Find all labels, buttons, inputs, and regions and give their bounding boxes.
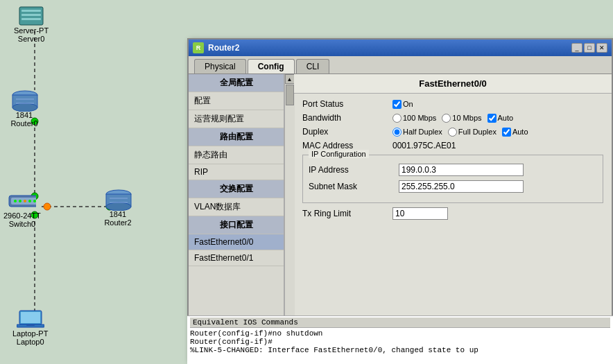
port-status-input[interactable] (392, 100, 402, 109)
svg-rect-12 (21, 18, 41, 20)
ip-address-input[interactable] (399, 164, 524, 176)
subnet-mask-row: Subnet Mask (309, 180, 597, 193)
sidebar-item-interface[interactable]: 接口配置 (189, 216, 284, 234)
maximize-button[interactable]: □ (584, 43, 595, 53)
sidebar-item-ops[interactable]: 运营规则配置 (189, 110, 284, 128)
close-button[interactable]: ✕ (596, 43, 607, 53)
subnet-mask-input[interactable] (399, 180, 524, 193)
half-duplex[interactable]: Half Duplex (392, 128, 442, 137)
sidebar-item-switch[interactable]: 交换配置 (189, 180, 284, 198)
device-laptop0[interactable]: Laptop-PT Laptop0 (12, 309, 48, 346)
tab-physical[interactable]: Physical (194, 59, 246, 73)
bw-100-radio[interactable] (392, 114, 402, 123)
mac-row: MAC Address 0001.975C.AE01 (302, 141, 603, 150)
svg-point-22 (24, 200, 26, 202)
port-status-checkbox[interactable]: On (392, 100, 603, 109)
sidebar-item-rip[interactable]: RIP (189, 164, 284, 180)
bandwidth-options: 100 Mbps 10 Mbps Auto (392, 114, 603, 123)
device-switch0[interactable]: 2960-24TT Switch0 (3, 191, 41, 228)
half-duplex-label: Half Duplex (403, 128, 442, 136)
sidebar-item-vlan[interactable]: VLAN数据库 (189, 198, 284, 216)
bandwidth-10[interactable]: 10 Mbps (442, 114, 481, 123)
dup-auto-label: Auto (512, 128, 528, 136)
tx-ring-input[interactable] (392, 207, 448, 220)
bandwidth-auto[interactable]: Auto (487, 114, 514, 123)
bw-10-radio[interactable] (442, 114, 451, 123)
ip-address-label: IP Address (309, 165, 399, 175)
device-label2-lp: Laptop0 (17, 338, 44, 346)
svg-point-24 (33, 200, 36, 202)
ip-config-group: IP Configuration IP Address Subnet Mask (302, 155, 603, 203)
device-label1-r2: 1841 (110, 210, 126, 218)
minimize-button[interactable]: _ (571, 43, 582, 53)
svg-point-6 (44, 203, 51, 210)
server-icon (17, 6, 45, 26)
topology-area: Server-PT Server0 1841 Router0 (0, 0, 184, 364)
device-label2-sw: Switch0 (9, 220, 36, 228)
scroll-thumb[interactable] (286, 85, 294, 105)
tx-ring-row: Tx Ring Limit (302, 207, 603, 220)
laptop-icon (17, 309, 44, 329)
config-panel: FastEthernet0/0 Port Status On Bandwidth (294, 74, 612, 354)
cli-line4: %LINK-5-CHANGED: Interface FastEthernet0… (190, 346, 610, 354)
device-label1: Server-PT (14, 26, 49, 35)
bandwidth-label: Bandwidth (302, 113, 392, 123)
config-sidebar: 全局配置 配置 运营规则配置 路由配置 静态路由 RIP 交换配置 VLAN数据… (189, 74, 284, 354)
router2-icon (104, 189, 132, 210)
duplex-label: Duplex (302, 127, 392, 137)
device-label1-lp: Laptop-PT (12, 329, 48, 338)
panel-title: FastEthernet0/0 (294, 74, 612, 94)
duplex-options: Half Duplex Full Duplex Auto (392, 128, 603, 137)
sidebar-item-static[interactable]: 静态路由 (189, 146, 284, 164)
dialog-title: Router2 (208, 43, 239, 53)
scroll-track (285, 84, 295, 345)
port-status-on: On (403, 100, 413, 108)
duplex-auto[interactable]: Auto (502, 128, 528, 137)
sidebar-item-global[interactable]: 全局配置 (189, 74, 284, 92)
bandwidth-100[interactable]: 100 Mbps (392, 114, 436, 123)
switch-icon (8, 191, 36, 211)
svg-point-21 (19, 200, 21, 202)
router2-dialog: R Router2 _ □ ✕ Physical Config CLI 全局配置… (187, 38, 613, 361)
tx-ring-label: Tx Ring Limit (302, 209, 392, 218)
device-router2[interactable]: 1841 Router2 (104, 189, 132, 227)
sidebar-item-routing[interactable]: 路由配置 (189, 128, 284, 146)
bw-100-label: 100 Mbps (403, 114, 436, 122)
device-server0[interactable]: Server-PT Server0 (14, 6, 49, 43)
device-label1-r0: 1841 (16, 111, 33, 119)
tab-config[interactable]: Config (248, 59, 295, 73)
mac-value: 0001.975C.AE01 (392, 141, 603, 150)
device-router0[interactable]: 1841 Router0 (10, 90, 38, 128)
half-duplex-radio[interactable] (392, 128, 402, 137)
dialog-controls: _ □ ✕ (571, 43, 607, 53)
mac-label: MAC Address (302, 141, 392, 150)
bw-10-label: 10 Mbps (452, 114, 481, 122)
bandwidth-row: Bandwidth 100 Mbps 10 Mbps Auto (302, 113, 603, 123)
sidebar-item-config[interactable]: 配置 (189, 92, 284, 110)
sidebar-item-fe00[interactable]: FastEthernet0/0 (189, 234, 284, 250)
port-status-row: Port Status On (302, 99, 603, 109)
subnet-mask-label: Subnet Mask (309, 182, 399, 191)
sidebar-item-fe01[interactable]: FastEthernet0/1 (189, 250, 284, 266)
svg-point-23 (28, 200, 31, 202)
bw-auto-check[interactable] (487, 114, 497, 123)
device-label2-r2: Router2 (104, 218, 131, 227)
full-duplex-radio[interactable] (448, 128, 457, 137)
sidebar-scrollbar[interactable]: ▲ ▼ (284, 74, 294, 354)
svg-rect-34 (26, 324, 35, 326)
ip-config-group-label: IP Configuration (309, 150, 369, 158)
ip-address-row: IP Address (309, 164, 597, 176)
bw-auto-label: Auto (498, 114, 514, 122)
cli-label: Equivalent IOS Commands (190, 318, 610, 328)
dialog-title-left: R Router2 (193, 42, 239, 53)
router-title-icon: R (193, 42, 204, 53)
svg-rect-10 (21, 10, 41, 12)
port-status-label: Port Status (302, 99, 392, 109)
scroll-up-button[interactable]: ▲ (285, 74, 295, 84)
cli-area: Equivalent IOS Commands Router(config-if… (187, 315, 613, 364)
tab-cli[interactable]: CLI (296, 59, 330, 73)
full-duplex[interactable]: Full Duplex (448, 128, 497, 137)
full-duplex-label: Full Duplex (458, 128, 497, 136)
device-label2: Server0 (18, 35, 45, 43)
dup-auto-check[interactable] (502, 128, 511, 137)
